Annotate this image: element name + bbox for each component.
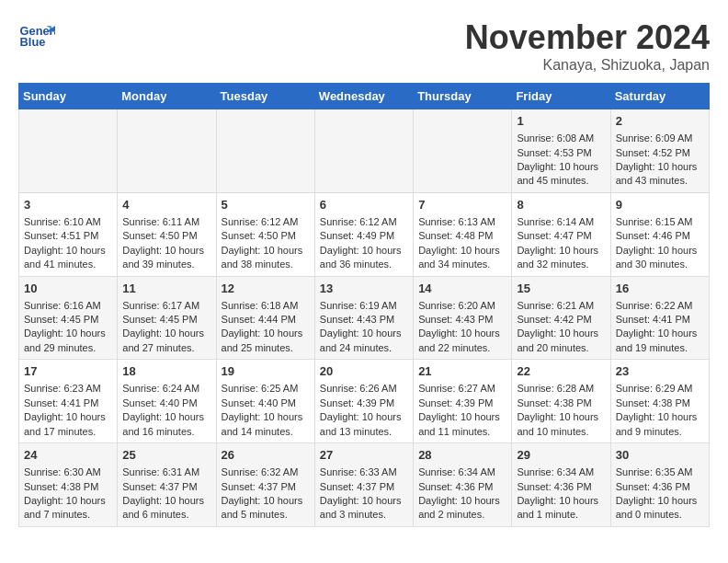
calendar-cell: 13Sunrise: 6:19 AMSunset: 4:43 PMDayligh…: [314, 276, 413, 360]
day-info: Daylight: 10 hours: [122, 410, 210, 424]
day-info: Sunrise: 6:23 AM: [24, 382, 112, 396]
day-number: 17: [24, 363, 112, 380]
day-info: Daylight: 10 hours: [616, 160, 704, 174]
calendar-cell: 26Sunrise: 6:32 AMSunset: 4:37 PMDayligh…: [216, 443, 314, 527]
calendar-cell: [414, 109, 512, 193]
day-number: 14: [418, 281, 506, 297]
day-info: Sunrise: 6:18 AM: [222, 299, 310, 313]
day-info: and 30 minutes.: [616, 258, 704, 271]
day-number: 3: [24, 197, 112, 213]
day-info: Daylight: 10 hours: [517, 494, 605, 508]
day-info: Daylight: 10 hours: [418, 244, 506, 258]
day-info: Sunset: 4:39 PM: [320, 396, 408, 410]
day-info: Sunset: 4:45 PM: [24, 313, 112, 327]
day-info: Daylight: 10 hours: [517, 410, 605, 424]
day-info: and 14 minutes.: [222, 425, 310, 439]
day-info: Daylight: 10 hours: [122, 327, 210, 340]
day-info: and 19 minutes.: [616, 341, 704, 355]
calendar-cell: 12Sunrise: 6:18 AMSunset: 4:44 PMDayligh…: [216, 276, 314, 360]
day-number: 6: [320, 197, 408, 213]
day-info: Sunset: 4:42 PM: [517, 313, 605, 327]
day-info: Sunset: 4:40 PM: [122, 396, 210, 410]
calendar-cell: 4Sunrise: 6:11 AMSunset: 4:50 PMDaylight…: [118, 192, 216, 276]
calendar-week-row: 17Sunrise: 6:23 AMSunset: 4:41 PMDayligh…: [19, 360, 710, 443]
day-info: Sunset: 4:36 PM: [616, 480, 704, 494]
calendar-cell: [118, 109, 216, 193]
day-info: and 45 minutes.: [517, 174, 605, 188]
day-number: 4: [122, 197, 210, 213]
day-number: 12: [222, 281, 310, 297]
day-info: and 2 minutes.: [418, 508, 506, 522]
weekday-header: Wednesday: [314, 84, 413, 109]
calendar-cell: 24Sunrise: 6:30 AMSunset: 4:38 PMDayligh…: [19, 443, 118, 527]
calendar-cell: 7Sunrise: 6:13 AMSunset: 4:48 PMDaylight…: [414, 192, 512, 276]
day-info: Sunset: 4:45 PM: [122, 313, 210, 327]
day-info: Sunrise: 6:14 AM: [517, 215, 605, 229]
day-info: Sunset: 4:47 PM: [517, 229, 605, 243]
day-info: Sunset: 4:51 PM: [24, 229, 112, 243]
calendar-cell: 20Sunrise: 6:26 AMSunset: 4:39 PMDayligh…: [314, 360, 413, 443]
calendar-cell: 10Sunrise: 6:16 AMSunset: 4:45 PMDayligh…: [19, 276, 118, 360]
day-info: Sunrise: 6:30 AM: [24, 465, 112, 479]
day-info: Sunrise: 6:08 AM: [517, 132, 605, 145]
day-info: Sunrise: 6:16 AM: [24, 299, 112, 313]
day-info: Daylight: 10 hours: [222, 410, 310, 424]
calendar-cell: 2Sunrise: 6:09 AMSunset: 4:52 PMDaylight…: [610, 109, 709, 193]
day-number: 16: [616, 281, 704, 297]
day-info: Sunset: 4:40 PM: [222, 396, 310, 410]
day-info: and 39 minutes.: [122, 258, 210, 271]
day-info: Sunset: 4:50 PM: [222, 229, 310, 243]
day-info: Sunrise: 6:21 AM: [517, 299, 605, 313]
day-info: Sunrise: 6:10 AM: [24, 215, 112, 229]
day-number: 9: [616, 197, 704, 213]
day-info: Sunset: 4:49 PM: [320, 229, 408, 243]
day-number: 1: [517, 113, 605, 130]
day-info: Sunset: 4:38 PM: [616, 396, 704, 410]
calendar-cell: 8Sunrise: 6:14 AMSunset: 4:47 PMDaylight…: [512, 192, 610, 276]
day-info: Sunset: 4:53 PM: [517, 146, 605, 160]
day-info: Sunrise: 6:09 AM: [616, 132, 704, 145]
day-info: and 24 minutes.: [320, 341, 408, 355]
day-number: 19: [222, 363, 310, 380]
day-number: 22: [517, 363, 605, 380]
day-number: 13: [320, 281, 408, 297]
calendar-cell: 5Sunrise: 6:12 AMSunset: 4:50 PMDaylight…: [216, 192, 314, 276]
day-info: Sunrise: 6:24 AM: [122, 382, 210, 396]
calendar-cell: 21Sunrise: 6:27 AMSunset: 4:39 PMDayligh…: [414, 360, 512, 443]
page-header: General Blue November 2024 Kanaya, Shizu…: [18, 18, 710, 74]
day-info: Sunset: 4:43 PM: [418, 313, 506, 327]
day-info: Sunset: 4:48 PM: [418, 229, 506, 243]
day-info: and 20 minutes.: [517, 341, 605, 355]
day-info: and 9 minutes.: [616, 425, 704, 439]
day-info: Daylight: 10 hours: [320, 494, 408, 508]
day-info: Daylight: 10 hours: [517, 327, 605, 340]
day-number: 8: [517, 197, 605, 213]
day-info: Sunrise: 6:15 AM: [616, 215, 704, 229]
day-number: 25: [122, 447, 210, 464]
day-info: Sunset: 4:43 PM: [320, 313, 408, 327]
day-number: 21: [418, 363, 506, 380]
day-info: Sunrise: 6:28 AM: [517, 382, 605, 396]
logo: General Blue: [18, 18, 59, 55]
day-number: 7: [418, 197, 506, 213]
day-info: and 6 minutes.: [122, 508, 210, 522]
day-info: Sunrise: 6:12 AM: [222, 215, 310, 229]
day-number: 10: [24, 281, 112, 297]
day-info: and 10 minutes.: [517, 425, 605, 439]
day-info: Daylight: 10 hours: [320, 327, 408, 340]
day-info: Daylight: 10 hours: [122, 494, 210, 508]
day-info: Daylight: 10 hours: [24, 410, 112, 424]
day-info: Daylight: 10 hours: [222, 327, 310, 340]
day-info: Sunset: 4:50 PM: [122, 229, 210, 243]
calendar-table: SundayMondayTuesdayWednesdayThursdayFrid…: [18, 83, 710, 527]
day-info: Sunrise: 6:34 AM: [517, 465, 605, 479]
day-info: Sunset: 4:41 PM: [24, 396, 112, 410]
day-info: Daylight: 10 hours: [418, 494, 506, 508]
calendar-cell: 1Sunrise: 6:08 AMSunset: 4:53 PMDaylight…: [512, 109, 610, 193]
calendar-cell: 27Sunrise: 6:33 AMSunset: 4:37 PMDayligh…: [314, 443, 413, 527]
calendar-week-row: 24Sunrise: 6:30 AMSunset: 4:38 PMDayligh…: [19, 443, 710, 527]
day-number: 24: [24, 447, 112, 464]
day-info: and 41 minutes.: [24, 258, 112, 271]
day-info: Sunset: 4:44 PM: [222, 313, 310, 327]
day-info: Sunset: 4:52 PM: [616, 146, 704, 160]
